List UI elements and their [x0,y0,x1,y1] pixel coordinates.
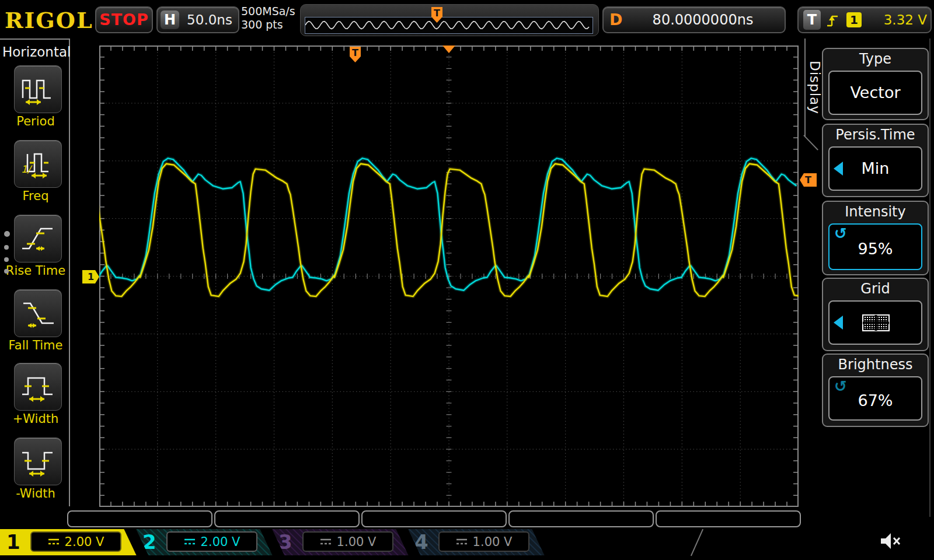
menu-group-type[interactable]: Type Vector [822,48,929,120]
plus-width-icon [20,370,56,404]
minus-width-button[interactable] [14,438,62,485]
delay-box[interactable]: D 80.0000000ns [602,6,786,33]
channel3-number: 3 [278,530,292,554]
menu-value-brightness: 67% [830,377,921,419]
plus-width-button[interactable] [14,363,62,411]
rise-time-label: Rise Time [0,264,71,278]
measurement-period-ch2[interactable]: Period=167.0ns [361,510,507,527]
menu-group-grid[interactable]: Grid [822,278,929,351]
timebase-value: 50.0ns [183,8,236,32]
measurement-min-ch2[interactable]: Min=-480mV [214,510,360,527]
channel4-status[interactable]: 4 1.00 V [408,529,546,555]
menu-value-type: Vector [830,72,921,114]
channel2-status[interactable]: 2 2.00 V [136,529,274,555]
measurement-freq-ch2[interactable]: Freq=5.99MHz [508,510,654,527]
freq-icon: 1/ [20,147,56,181]
coupling-icon [456,538,468,546]
channel2-number: 2 [142,530,156,554]
coupling-icon [48,538,60,546]
delay-value: 80.0000000ns [627,8,779,32]
memory-depth: 300 pts [241,18,295,32]
plus-width-label: +Width [0,412,71,426]
menu-label-grid: Grid [823,281,928,297]
menu-label-brightness: Brightness [823,356,928,373]
rise-time-button[interactable] [14,215,62,262]
channel1-scale: 2.00 V [65,535,104,549]
fall-time-button[interactable] [14,289,62,337]
rising-edge-icon [825,12,841,28]
svg-text:1/: 1/ [21,163,33,175]
panel-dot [4,257,9,262]
minus-width-icon [20,444,56,478]
channel4-scale: 1.00 V [473,535,513,549]
coupling-icon [184,538,196,546]
waveform-display[interactable] [99,46,799,507]
delay-d-icon: D [609,8,622,32]
horizontal-center-marker [442,46,455,53]
menu-tab-display[interactable]: Display [807,61,823,114]
menu-label-persistime: Persis.Time [823,127,928,143]
speaker-muted-icon[interactable] [879,531,904,551]
freq-label: Freq [0,189,71,203]
waveform-preview[interactable] [305,17,593,34]
trigger-box[interactable]: T 1 3.32 V [797,6,932,33]
toolbar-title: Horizontal [2,44,71,60]
menu-group-persistime[interactable]: Persis.Time Min [822,124,929,197]
panel-dot [4,245,9,250]
channel3-scale: 1.00 V [337,535,377,549]
trigger-source-badge: 1 [846,12,862,27]
coupling-icon [320,538,332,546]
channel4-number: 4 [414,530,428,554]
measurement-min-ch1[interactable]: Min=-720mV [67,510,212,527]
menu-divider [804,38,806,136]
menu-value-persistime: Min [830,148,921,190]
horizontal-h-icon: H [161,10,179,29]
channel2-scale: 2.00 V [201,535,241,549]
channel1-level-marker[interactable]: 1 [82,270,99,284]
trigger-level-marker[interactable]: T [800,173,817,187]
sample-rate: 500MSa/s [241,5,295,18]
panel-dot [4,231,10,237]
menu-group-brightness[interactable]: Brightness ↺ 67% [822,354,929,427]
preview-sine-icon [305,18,591,32]
period-label: Period [0,114,71,128]
minus-width-label: -Width [0,487,71,501]
toolbar-top-divider [0,38,70,40]
panel-dot [4,269,9,274]
channel-status-bar: 1 2.00 V 2 2.00 V 3 1.00 V 4 1.00 V [0,529,934,555]
timebase-box[interactable]: H 50.0ns [156,6,239,33]
freq-button[interactable]: 1/ [14,140,62,188]
menu-group-intensity[interactable]: Intensity ↺ 95% [822,201,929,275]
menu-label-type: Type [823,51,928,67]
menu-value-intensity: 95% [830,225,921,269]
period-icon [20,72,56,106]
channel1-number: 1 [6,530,20,554]
measurement-freq-ch1[interactable]: Freq=12.0MHz [656,510,801,527]
trigger-t-icon: T [803,10,821,30]
trigger-level-value: 3.32 V [864,8,927,32]
menu-value-grid [830,302,921,344]
fall-time-label: Fall Time [0,338,71,352]
period-button[interactable] [14,65,62,113]
channel1-status[interactable]: 1 2.00 V [0,529,138,555]
acquisition-info: 500MSa/s 300 pts [241,5,295,32]
fall-time-icon [20,296,56,330]
menu-tab-notch [803,135,818,150]
screen-right-edge [929,38,930,517]
rise-time-icon [20,222,56,256]
menu-label-intensity: Intensity [823,204,928,220]
rigol-logo: RIGOL [5,7,93,33]
run-state-button[interactable]: STOP [95,6,153,33]
channel3-status[interactable]: 3 1.00 V [272,529,410,555]
